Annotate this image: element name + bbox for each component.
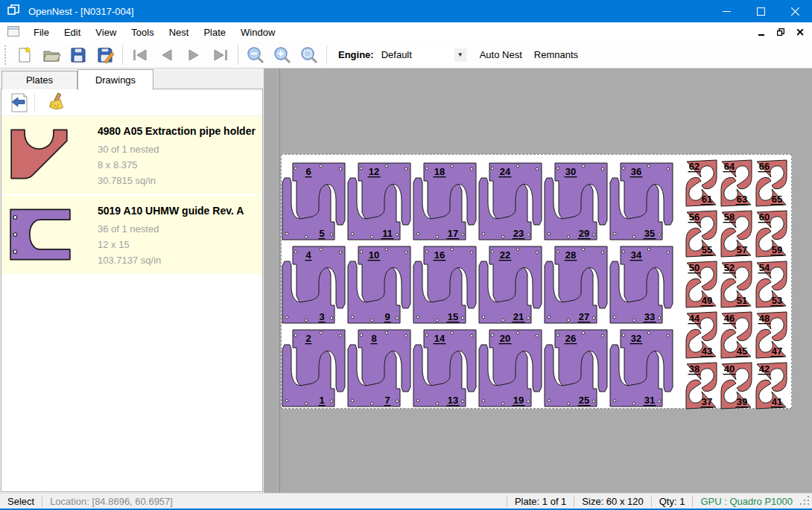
minimize-button[interactable] [709, 0, 743, 22]
drawing-size: 12 x 15 [98, 237, 258, 252]
part-label: 63 [737, 194, 747, 205]
return-drawing-button[interactable] [6, 92, 31, 114]
new-button[interactable] [11, 44, 38, 66]
part-label: 19 [513, 395, 524, 406]
drawing-list-item[interactable]: 4980 A05 Extraction pipe holder 30 of 1 … [1, 116, 262, 194]
save-as-button[interactable] [92, 44, 118, 66]
previous-plate-button[interactable] [153, 44, 180, 66]
part-label: 4 [305, 249, 311, 261]
nest-pair[interactable]: 1211 [348, 163, 410, 240]
menu-edit[interactable]: Edit [57, 24, 88, 41]
nest-pair[interactable]: 2221 [479, 246, 542, 323]
chevron-down-icon: ▼ [454, 48, 466, 62]
nest-pair[interactable]: 4645 [721, 312, 752, 358]
zoom-in-button[interactable] [269, 44, 296, 66]
close-button[interactable] [778, 0, 812, 22]
nest-pair[interactable]: 3433 [610, 246, 673, 323]
part-label: 28 [565, 249, 576, 261]
nest-canvas[interactable]: 6512111817242330293635431091615222128273… [264, 68, 812, 493]
part-label: 62 [689, 161, 700, 172]
nest-pair[interactable]: 1615 [413, 246, 476, 323]
nest-pair[interactable]: 2423 [479, 163, 542, 240]
maximize-button[interactable] [743, 0, 778, 22]
resize-grip[interactable] [800, 496, 811, 506]
part-label: 60 [759, 211, 770, 223]
mdi-close-button[interactable] [793, 26, 808, 38]
window-title: OpenNest - [N0317-004] [28, 6, 134, 17]
engine-select[interactable]: Default ▼ [378, 47, 466, 63]
drawing-list-item[interactable]: 5019 A10 UHMW guide Rev. A 36 of 1 neste… [1, 196, 262, 274]
nest-pair[interactable]: 2625 [545, 330, 607, 407]
save-button[interactable] [65, 44, 92, 66]
nest-pair[interactable]: 109 [348, 246, 410, 323]
nest-pair[interactable]: 3231 [610, 330, 673, 407]
part-label: 48 [759, 313, 770, 324]
panel-tab-strip: Plates Drawings [0, 68, 264, 89]
part-label: 47 [772, 345, 782, 357]
nest-pair[interactable]: 65 [282, 163, 345, 240]
nest-pair[interactable]: 4443 [686, 312, 717, 358]
nest-pair[interactable]: 5453 [756, 261, 787, 307]
clear-broom-button[interactable] [42, 92, 68, 114]
nest-pair[interactable]: 5049 [686, 261, 717, 307]
menu-tools[interactable]: Tools [124, 24, 161, 41]
menu-nest[interactable]: Nest [162, 24, 197, 41]
zoom-out-button[interactable] [242, 44, 269, 66]
part-label: 50 [689, 262, 700, 273]
part-label: 41 [772, 396, 782, 407]
nest-pair[interactable]: 3029 [545, 163, 607, 240]
nest-pair[interactable]: 6059 [756, 211, 787, 257]
nest-pair[interactable]: 4241 [756, 363, 787, 409]
menu-file[interactable]: File [26, 24, 57, 41]
nest-pair[interactable]: 6463 [721, 160, 752, 206]
nest-pair[interactable]: 21 [282, 330, 345, 407]
drawing-thumbnail-red [9, 122, 87, 188]
engine-label: Engine: [338, 49, 374, 60]
tab-drawings[interactable]: Drawings [77, 69, 153, 90]
nest-pair[interactable]: 5251 [721, 261, 752, 307]
part-label: 7 [384, 395, 390, 406]
tab-plates[interactable]: Plates [1, 71, 77, 89]
nest-pair[interactable]: 1817 [413, 163, 476, 240]
part-label: 43 [702, 345, 712, 357]
nest-pair[interactable]: 4847 [756, 312, 787, 358]
next-plate-button[interactable] [180, 44, 207, 66]
mdi-minimize-button[interactable] [754, 26, 769, 38]
open-button[interactable] [38, 44, 65, 66]
auto-nest-button[interactable]: Auto Nest [474, 45, 528, 64]
mdi-restore-button[interactable] [773, 26, 788, 38]
part-label: 12 [369, 166, 379, 177]
drawing-thumbnail-purple [9, 202, 87, 268]
nest-pair[interactable]: 4039 [721, 363, 752, 409]
nest-pair[interactable]: 6261 [686, 160, 717, 206]
part-label: 32 [631, 333, 641, 344]
nest-pair[interactable]: 3837 [686, 363, 717, 409]
nest-pair[interactable]: 2827 [545, 246, 607, 323]
first-plate-button[interactable] [127, 44, 153, 66]
part-label: 3 [319, 311, 324, 322]
plate-sheet[interactable]: 6512111817242330293635431091615222128273… [281, 154, 792, 409]
status-bar: Select Location: [84.8696, 60.6957] Plat… [0, 493, 812, 509]
nest-pair[interactable]: 3635 [610, 163, 673, 240]
app-window: OpenNest - [N0317-004] File Edit View To… [0, 0, 812, 510]
nest-pair[interactable]: 6665 [756, 160, 787, 206]
remnants-button[interactable]: Remnants [528, 45, 584, 64]
last-plate-button[interactable] [207, 44, 234, 66]
canvas-rule-line [279, 68, 280, 493]
nest-pair[interactable]: 5655 [686, 211, 717, 257]
nest-pair[interactable]: 43 [282, 246, 345, 323]
drawings-toolbar [1, 89, 262, 116]
zoom-extents-button[interactable] [296, 44, 323, 66]
drawing-nested-count: 36 of 1 nested [98, 221, 258, 237]
nest-pair[interactable]: 1413 [413, 330, 476, 407]
menu-window[interactable]: Window [233, 24, 282, 41]
part-label: 36 [631, 166, 641, 177]
nest-pair[interactable]: 2019 [479, 330, 542, 407]
nest-pair[interactable]: 87 [348, 330, 410, 407]
part-label: 6 [305, 166, 311, 177]
nest-pair[interactable]: 5857 [721, 211, 752, 257]
drawing-title: 5019 A10 UHMW guide Rev. A [98, 202, 258, 221]
menu-view[interactable]: View [88, 24, 124, 41]
main-toolbar: Engine: Default ▼ Auto Nest Remnants [0, 42, 812, 68]
menu-plate[interactable]: Plate [196, 24, 233, 41]
